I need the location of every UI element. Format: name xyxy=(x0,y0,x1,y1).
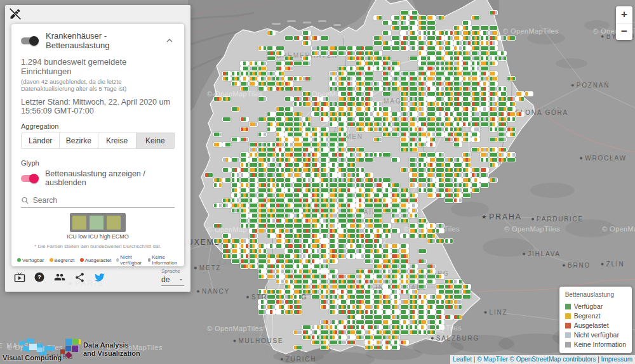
hospital-glyph[interactable] xyxy=(329,183,338,188)
hospital-glyph[interactable] xyxy=(258,81,267,86)
hospital-glyph[interactable] xyxy=(302,30,311,36)
hospital-glyph[interactable] xyxy=(329,117,338,122)
hospital-glyph[interactable] xyxy=(400,299,409,304)
hospital-glyph[interactable] xyxy=(436,127,444,132)
hospital-glyph[interactable] xyxy=(364,81,373,86)
hospital-glyph[interactable] xyxy=(347,340,356,345)
hospital-glyph[interactable] xyxy=(418,101,427,107)
hospital-glyph[interactable] xyxy=(356,86,364,91)
hospital-glyph[interactable] xyxy=(418,91,427,96)
hospital-glyph[interactable] xyxy=(409,76,418,81)
hospital-glyph[interactable] xyxy=(391,259,400,264)
hospital-glyph[interactable] xyxy=(462,178,471,183)
hospital-glyph[interactable] xyxy=(480,96,489,101)
hospital-glyph[interactable] xyxy=(249,238,258,244)
hospital-glyph[interactable] xyxy=(329,213,338,218)
hospital-glyph[interactable] xyxy=(311,203,320,208)
hospital-glyph[interactable] xyxy=(364,315,373,320)
hospital-glyph[interactable] xyxy=(249,172,258,178)
hospital-glyph[interactable] xyxy=(391,188,400,193)
hospital-glyph[interactable] xyxy=(498,122,507,127)
hospital-glyph[interactable] xyxy=(320,183,329,188)
hospital-glyph[interactable] xyxy=(453,51,462,56)
hospital-glyph[interactable] xyxy=(276,178,284,183)
hospital-glyph[interactable] xyxy=(347,203,356,208)
hospital-glyph[interactable] xyxy=(462,81,471,86)
hospital-glyph[interactable] xyxy=(391,157,400,162)
hospital-glyph[interactable] xyxy=(391,127,400,132)
hospital-glyph[interactable] xyxy=(338,249,347,254)
hospital-glyph[interactable] xyxy=(364,279,373,284)
hospital-glyph[interactable] xyxy=(320,127,329,132)
hospital-glyph[interactable] xyxy=(453,61,462,66)
hospital-glyph[interactable] xyxy=(347,284,356,289)
hospital-glyph[interactable] xyxy=(418,112,427,117)
hospital-glyph[interactable] xyxy=(347,233,356,238)
hospital-glyph[interactable] xyxy=(462,66,471,71)
hospital-glyph[interactable] xyxy=(373,228,382,233)
hospital-glyph[interactable] xyxy=(320,117,329,122)
hospital-glyph[interactable] xyxy=(453,157,462,162)
hospital-glyph[interactable] xyxy=(356,56,364,61)
hospital-glyph[interactable] xyxy=(507,101,516,107)
hospital-glyph[interactable] xyxy=(311,183,320,188)
hospital-glyph[interactable] xyxy=(267,198,276,203)
hospital-glyph[interactable] xyxy=(213,142,222,147)
hospital-glyph[interactable] xyxy=(249,264,258,269)
hospital-glyph[interactable] xyxy=(320,299,329,304)
hospital-glyph[interactable] xyxy=(436,122,444,127)
hospital-glyph[interactable] xyxy=(293,127,302,132)
hospital-glyph[interactable] xyxy=(382,188,391,193)
hospital-glyph[interactable] xyxy=(364,289,373,294)
hospital-glyph[interactable] xyxy=(444,157,453,162)
hospital-glyph[interactable] xyxy=(293,238,302,244)
hospital-glyph[interactable] xyxy=(409,36,418,41)
hospital-glyph[interactable] xyxy=(453,66,462,71)
hospital-glyph[interactable] xyxy=(222,96,231,101)
hospital-glyph[interactable] xyxy=(364,335,373,340)
hospital-glyph[interactable] xyxy=(356,51,364,56)
hospital-glyph[interactable] xyxy=(258,198,267,203)
hospital-glyph[interactable] xyxy=(471,30,480,36)
hospital-glyph[interactable] xyxy=(462,30,471,36)
hospital-glyph[interactable] xyxy=(302,269,311,274)
hospital-glyph[interactable] xyxy=(320,46,329,51)
hospital-glyph[interactable] xyxy=(382,61,391,66)
hospital-glyph[interactable] xyxy=(409,15,418,20)
hospital-glyph[interactable] xyxy=(311,233,320,238)
hospital-glyph[interactable] xyxy=(222,198,231,203)
hospital-glyph[interactable] xyxy=(400,101,409,107)
hospital-glyph[interactable] xyxy=(311,269,320,274)
hospital-glyph[interactable] xyxy=(480,61,489,66)
hospital-glyph[interactable] xyxy=(267,86,276,91)
hospital-glyph[interactable] xyxy=(356,218,364,223)
hospital-glyph[interactable] xyxy=(258,132,267,137)
hospital-glyph[interactable] xyxy=(356,284,364,289)
hospital-glyph[interactable] xyxy=(249,81,258,86)
hospital-glyph[interactable] xyxy=(240,244,249,249)
hospital-glyph[interactable] xyxy=(329,162,338,167)
hospital-glyph[interactable] xyxy=(240,167,249,172)
hospital-glyph[interactable] xyxy=(267,76,276,81)
hospital-glyph[interactable] xyxy=(276,188,284,193)
hospital-glyph[interactable] xyxy=(356,325,364,330)
hospital-glyph[interactable] xyxy=(444,112,453,117)
hospital-glyph[interactable] xyxy=(329,289,338,294)
hospital-glyph[interactable] xyxy=(329,249,338,254)
hospital-glyph[interactable] xyxy=(356,309,364,315)
hospital-glyph[interactable] xyxy=(293,167,302,172)
hospital-glyph[interactable] xyxy=(373,213,382,218)
hospital-glyph[interactable] xyxy=(453,86,462,91)
hospital-glyph[interactable] xyxy=(400,30,409,36)
hospital-glyph[interactable] xyxy=(444,172,453,178)
hospital-glyph[interactable] xyxy=(418,269,427,274)
hospital-glyph[interactable] xyxy=(444,132,453,137)
hospital-glyph[interactable] xyxy=(418,46,427,51)
hospital-glyph[interactable] xyxy=(311,254,320,259)
hospital-glyph[interactable] xyxy=(258,86,267,91)
hospital-glyph[interactable] xyxy=(391,41,400,46)
hospital-glyph[interactable] xyxy=(347,228,356,233)
hospital-glyph[interactable] xyxy=(231,76,240,81)
hospital-glyph[interactable] xyxy=(284,264,293,269)
hospital-glyph[interactable] xyxy=(409,294,418,299)
